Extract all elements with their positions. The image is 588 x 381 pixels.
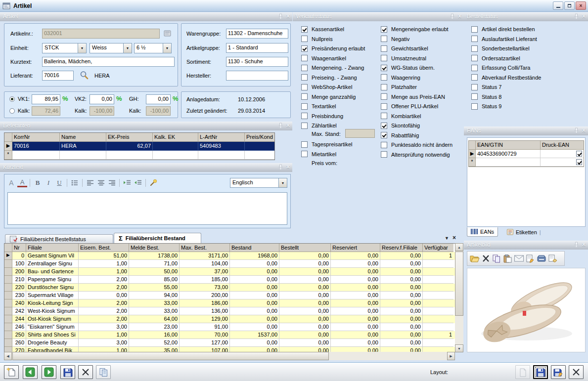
row-selector[interactable] bbox=[4, 299, 12, 307]
pin-icon[interactable] bbox=[278, 13, 283, 19]
scroll-right-icon[interactable]: ▶ bbox=[447, 352, 455, 360]
checkbox-row[interactable]: Skontofähig bbox=[381, 122, 452, 129]
checkbox-row[interactable]: Tagespreisartikel bbox=[301, 141, 353, 148]
checkbox[interactable] bbox=[381, 36, 387, 42]
row-selector[interactable] bbox=[4, 315, 12, 323]
row-selector[interactable] bbox=[4, 307, 12, 315]
row-selector[interactable]: ▶ bbox=[469, 150, 476, 158]
checkbox-row[interactable]: Nullpreis bbox=[301, 36, 365, 42]
column-header[interactable]: KorrNr bbox=[12, 133, 60, 142]
close-panel-icon[interactable]: × bbox=[458, 13, 461, 20]
row-selector[interactable] bbox=[4, 260, 12, 268]
checkbox[interactable] bbox=[381, 26, 387, 33]
previous-record-button[interactable] bbox=[23, 365, 38, 379]
checkbox-row[interactable]: Menge ganzzahlig bbox=[301, 93, 365, 100]
checkbox[interactable] bbox=[471, 36, 478, 42]
checkbox-row[interactable]: Erfassung Colli/Tara bbox=[471, 64, 541, 71]
row-selector[interactable] bbox=[4, 276, 12, 284]
checkbox[interactable] bbox=[301, 93, 308, 100]
checkbox-row[interactable]: Platzhalter bbox=[381, 84, 452, 90]
pin-icon[interactable] bbox=[574, 13, 579, 19]
hersteller-field[interactable] bbox=[226, 71, 288, 81]
checkbox[interactable] bbox=[471, 93, 478, 100]
column-header[interactable]: Druck-EAN bbox=[541, 141, 584, 150]
column-header[interactable]: Max. Best. bbox=[180, 244, 230, 252]
checkbox-row[interactable]: Mietartikel bbox=[301, 151, 353, 158]
column-header[interactable]: Preis/Kond bbox=[245, 133, 274, 142]
checkbox-row[interactable]: Waagenring bbox=[381, 74, 452, 81]
checkbox[interactable] bbox=[381, 93, 387, 100]
table-row[interactable]: 200 Bau- und Gartence 1,00 50,00 37,00 0… bbox=[4, 268, 455, 276]
column-header[interactable]: Name bbox=[60, 133, 106, 142]
checkbox-row[interactable]: Waagenartikel bbox=[301, 55, 365, 62]
checkbox-row[interactable]: Umsatzneutral bbox=[381, 55, 452, 62]
checkbox[interactable] bbox=[301, 36, 308, 42]
format-wand-icon[interactable] bbox=[148, 178, 158, 188]
row-selector[interactable] bbox=[4, 284, 12, 292]
checkbox-row[interactable]: Zählartikel bbox=[301, 122, 365, 129]
checkbox-row[interactable]: Textartikel bbox=[301, 103, 365, 110]
checkbox[interactable] bbox=[471, 103, 478, 110]
checkbox[interactable] bbox=[381, 74, 387, 81]
checkbox[interactable] bbox=[471, 65, 478, 71]
checkbox-row[interactable]: Mengeneing. - Zwang bbox=[301, 64, 365, 71]
table-row[interactable]: 240 Kiosk-Leitung Sign 2,00 33,00 186,00… bbox=[4, 299, 455, 307]
checkbox[interactable] bbox=[471, 84, 478, 90]
column-header[interactable]: Bestand bbox=[230, 244, 279, 252]
variant2-select[interactable]: 6 ½▼ bbox=[134, 43, 172, 53]
row-selector[interactable] bbox=[4, 292, 12, 299]
close-panel-icon[interactable]: × bbox=[582, 13, 586, 20]
pin-icon[interactable] bbox=[278, 164, 283, 170]
checkbox-row[interactable]: Ordersatzartikel bbox=[471, 55, 541, 62]
open-image-icon[interactable] bbox=[470, 254, 480, 262]
pin-icon[interactable] bbox=[574, 242, 579, 248]
checkbox[interactable] bbox=[471, 45, 478, 52]
lieferant-field[interactable]: 70016 bbox=[42, 71, 74, 81]
chevron-down-icon[interactable]: ▼ bbox=[78, 43, 86, 53]
vk1-radio[interactable] bbox=[9, 96, 15, 102]
row-selector[interactable]: ▶ bbox=[4, 252, 12, 260]
font-size-icon[interactable]: A bbox=[6, 178, 16, 188]
delete-image-icon[interactable] bbox=[482, 254, 490, 262]
row-selector[interactable] bbox=[4, 347, 12, 352]
edit-layout-button[interactable] bbox=[551, 365, 566, 379]
vk2-field[interactable]: 0,00 bbox=[90, 94, 114, 104]
checkbox-row[interactable]: Status 8 bbox=[471, 93, 541, 100]
checkbox-row[interactable]: Kassenartikel bbox=[301, 26, 365, 33]
gh-field[interactable]: 0,00 bbox=[146, 94, 171, 104]
filial-hscrollbar[interactable]: ◀ ▶ bbox=[4, 352, 455, 360]
column-header[interactable]: Kalk. EK bbox=[153, 133, 198, 142]
checkbox[interactable] bbox=[381, 151, 387, 158]
column-header[interactable]: EAN/GTIN bbox=[476, 141, 541, 150]
column-header[interactable]: Eisern. Best. bbox=[79, 244, 129, 252]
close-layout-button[interactable] bbox=[569, 365, 584, 379]
checkbox-row[interactable]: Rabattfähig bbox=[381, 132, 452, 139]
sortiment-field[interactable]: 1130 - Schuhe bbox=[226, 57, 288, 67]
table-row[interactable]: 250 Shirts and Shoes Si 1,00 16,00 70,00… bbox=[4, 331, 455, 339]
checkbox[interactable] bbox=[381, 123, 387, 129]
chevron-down-icon[interactable]: ▼ bbox=[278, 178, 287, 187]
outdent-icon[interactable] bbox=[133, 178, 143, 188]
checkbox[interactable] bbox=[471, 26, 478, 33]
table-row[interactable]: 244 Ost-Kiosk Signum 2,00 64,00 129,00 0… bbox=[4, 315, 455, 323]
checkbox-row[interactable]: Auslaufartikel Lieferant bbox=[471, 36, 541, 42]
table-row[interactable]: 260 Drogerie Beauty 3,00 52,00 127,00 0,… bbox=[4, 339, 455, 347]
minimize-button[interactable] bbox=[553, 1, 563, 10]
close-panel-icon[interactable]: × bbox=[286, 122, 290, 129]
row-selector[interactable] bbox=[4, 268, 12, 276]
copy-record-button[interactable] bbox=[96, 365, 111, 379]
checkbox-row[interactable]: Artikel direkt bestellen bbox=[471, 26, 541, 33]
artikelgruppe-field[interactable]: 1 - Standard bbox=[226, 43, 288, 53]
checkbox-row[interactable]: Punktesaldo nicht ändern bbox=[381, 141, 452, 148]
paste-image-icon[interactable] bbox=[503, 254, 512, 263]
checkbox[interactable] bbox=[381, 65, 387, 71]
edit-image-icon[interactable] bbox=[526, 254, 535, 263]
checkbox[interactable] bbox=[301, 45, 308, 52]
checkbox-row[interactable]: Status 7 bbox=[471, 84, 541, 90]
checkbox[interactable] bbox=[301, 141, 308, 148]
pin-icon[interactable] bbox=[278, 123, 283, 128]
checkbox-row[interactable]: Altersprüfung notwendig bbox=[381, 151, 452, 158]
align-center-icon[interactable] bbox=[96, 178, 106, 188]
chevron-down-icon[interactable]: ▼ bbox=[123, 43, 132, 53]
table-row[interactable]: 246 "Eiskarren" Signum 3,00 23,00 91,00 … bbox=[4, 323, 455, 331]
